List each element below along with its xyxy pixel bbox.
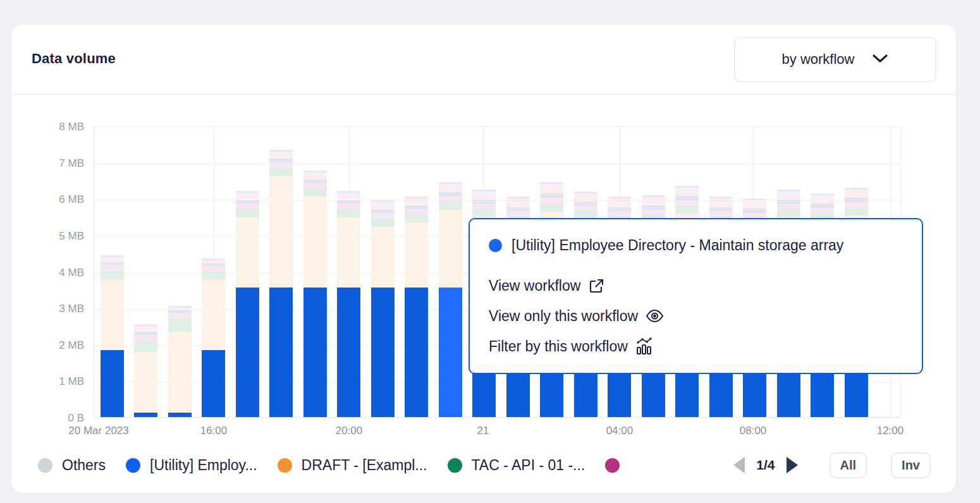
- stacked-bar[interactable]: [202, 258, 225, 417]
- bar-segment-others-lavender: [811, 203, 834, 208]
- stacked-bar[interactable]: [337, 191, 360, 417]
- bar-segment-magenta-workflow: [269, 162, 293, 168]
- bar-segment-others-lavender: [540, 193, 563, 198]
- bar-segment-others-palepink: [777, 190, 800, 200]
- filter-by-workflow-action[interactable]: Filter by this workflow: [489, 337, 652, 356]
- bar-segment-others-palepink: [540, 182, 563, 193]
- legend-item-utility-employee[interactable]: [Utility] Employ...: [126, 457, 257, 474]
- y-tick-label: 5 MB: [8, 230, 84, 243]
- legend-items: Others [Utility] Employ... DRAFT - [Exam…: [38, 457, 629, 474]
- bar-segment-magenta-workflow: [506, 211, 530, 217]
- x-tick-label: 20 Mar 2023: [68, 425, 128, 437]
- bar-segment-utility-employee-directory: [439, 288, 462, 417]
- bar-segment-others-palepink: [608, 197, 631, 207]
- gridline-h: [94, 164, 900, 164]
- bar-segment-others-lavender: [506, 207, 530, 212]
- legend-item-others[interactable]: Others: [38, 457, 106, 474]
- x-axis-labels: 20 Mar 202316:0020:002104:0008:0012:00: [94, 425, 900, 444]
- y-tick-label: 8 MB: [8, 121, 84, 133]
- bar-segment-others-lavender: [439, 192, 462, 197]
- legend-item-draft-example[interactable]: DRAFT - [Exampl...: [278, 457, 427, 474]
- x-tick-label: 21: [477, 425, 489, 437]
- legend-all-button[interactable]: All: [830, 452, 867, 478]
- bar-segment-tac-api: [134, 341, 157, 352]
- bar-segment-utility-employee-directory: [337, 288, 360, 417]
- x-tick-label: 20:00: [336, 425, 363, 437]
- bar-segment-magenta-workflow: [777, 204, 800, 210]
- legend-dot-orange: [278, 458, 292, 473]
- legend-item-tac-api[interactable]: TAC - API - 01 -...: [448, 457, 585, 474]
- bar-segment-others-palepink: [202, 258, 225, 264]
- bar-segment-tac-api: [540, 204, 563, 212]
- page-title: Data volume: [32, 51, 116, 67]
- bar-segment-others-lavender: [709, 207, 733, 212]
- legend-dot-gray: [38, 458, 52, 473]
- y-tick-label: 3 MB: [8, 303, 84, 315]
- series-dot: [489, 239, 502, 252]
- stacked-bar[interactable]: [134, 324, 157, 417]
- stacked-bar[interactable]: [303, 171, 327, 417]
- stacked-bar[interactable]: [168, 306, 192, 417]
- stacked-bar[interactable]: [371, 200, 395, 417]
- group-by-dropdown[interactable]: by workflow: [734, 37, 936, 82]
- bar-segment-others-lavender: [642, 205, 665, 210]
- bar-segment-others-palepink: [371, 200, 395, 209]
- bar-segment-others-palepink: [439, 182, 462, 192]
- legend-label-utility-employee: [Utility] Employ...: [150, 457, 257, 474]
- bar-segment-magenta-workflow: [540, 198, 563, 204]
- chevron-right-icon[interactable]: [787, 457, 798, 473]
- stacked-bar[interactable]: [405, 197, 428, 417]
- stacked-bar[interactable]: [236, 191, 259, 417]
- bar-segment-others-palepink: [472, 190, 496, 200]
- legend-inv-button[interactable]: Inv: [891, 452, 931, 478]
- view-only-workflow-action[interactable]: View only this workflow: [489, 306, 664, 325]
- bar-segment-magenta-workflow: [303, 183, 327, 189]
- tooltip-actions: View workflow View only this workflow: [489, 276, 903, 356]
- header-divider: [11, 94, 956, 95]
- bar-segment-magenta-workflow: [337, 203, 360, 209]
- x-tick-label: 12:00: [877, 425, 904, 437]
- bar-segment-others-lavender: [777, 200, 800, 204]
- view-only-workflow-label: View only this workflow: [489, 308, 638, 325]
- page: Data volume by workflow 8 MB7 MB6 MB5 MB…: [0, 0, 980, 503]
- bar-segment-draft-example: [134, 352, 157, 413]
- bar-segment-draft-example: [269, 176, 293, 288]
- bar-segment-others-lavender: [472, 200, 496, 204]
- view-workflow-action[interactable]: View workflow: [489, 276, 605, 295]
- bar-chart-icon: [635, 337, 652, 355]
- bar-segment-utility-employee-directory: [236, 288, 259, 417]
- bar-segment-others-palepink: [743, 198, 766, 209]
- bar-segment-draft-example: [337, 217, 360, 288]
- bar-segment-tac-api: [101, 272, 124, 279]
- bar-segment-tac-api: [777, 210, 800, 218]
- y-tick-label: 7 MB: [8, 157, 84, 170]
- bar-segment-magenta-workflow: [709, 211, 733, 217]
- group-by-dropdown-value: by workflow: [782, 51, 855, 68]
- bar-segment-others-palepink: [303, 171, 327, 179]
- bar-segment-draft-example: [303, 197, 327, 288]
- bar-segment-others-palepink: [337, 191, 360, 200]
- bar-segment-others-lavender: [608, 207, 631, 212]
- bar-segment-others-palepink: [811, 193, 834, 203]
- bar-segment-tac-api: [168, 318, 192, 332]
- bar-segment-tac-api: [845, 208, 868, 216]
- stacked-bar[interactable]: [439, 182, 462, 417]
- bar-segment-others-palepink: [168, 306, 192, 310]
- data-volume-card: Data volume by workflow 8 MB7 MB6 MB5 MB…: [11, 25, 956, 493]
- external-link-icon: [588, 277, 605, 294]
- bar-segment-utility-employee-directory: [269, 288, 293, 417]
- card-header: Data volume by workflow: [11, 25, 956, 94]
- bar-segment-magenta-workflow: [134, 335, 157, 341]
- bar-segment-draft-example: [101, 279, 124, 350]
- bar-segment-tac-api: [303, 189, 327, 197]
- tooltip-header: [Utility] Employee Directory - Maintain …: [489, 236, 903, 255]
- stacked-bar[interactable]: [101, 255, 124, 417]
- legend-item-magenta[interactable]: [605, 458, 629, 473]
- view-workflow-label: View workflow: [489, 277, 580, 294]
- chevron-left-icon[interactable]: [733, 457, 745, 473]
- bar-segment-magenta-workflow: [675, 200, 699, 206]
- tooltip-title: [Utility] Employee Directory - Maintain …: [511, 237, 843, 254]
- bar-segment-tac-api: [371, 219, 395, 227]
- stacked-bar[interactable]: [269, 150, 293, 417]
- bar-segment-others-lavender: [743, 209, 766, 213]
